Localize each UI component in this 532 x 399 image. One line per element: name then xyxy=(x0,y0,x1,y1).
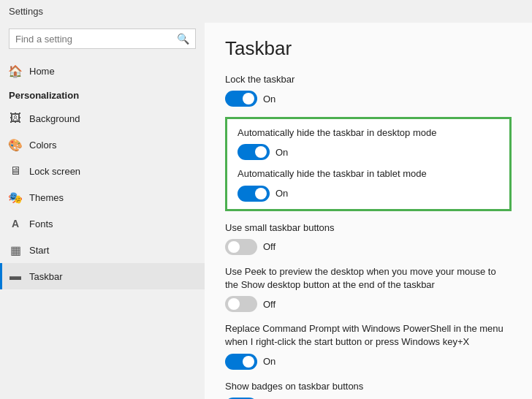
setting-small-buttons: Use small taskbar buttons Off xyxy=(225,221,512,255)
search-icon: 🔍 xyxy=(177,33,189,45)
start-icon: ▦ xyxy=(9,243,22,256)
auto-hide-tablet-toggle-label: On xyxy=(276,188,288,199)
auto-hide-desktop-toggle-row: On xyxy=(238,144,499,160)
highlight-box: Automatically hide the taskbar in deskto… xyxy=(225,117,512,210)
small-buttons-toggle[interactable] xyxy=(225,239,257,255)
lock-screen-icon: 🖥 xyxy=(9,164,22,178)
setting-show-badges: Show badges on taskbar buttons On xyxy=(225,380,512,400)
lock-taskbar-toggle-label: On xyxy=(263,94,276,104)
auto-hide-tablet-label: Automatically hide the taskbar in tablet… xyxy=(238,167,499,180)
peek-knob xyxy=(228,298,240,310)
small-buttons-toggle-label: Off xyxy=(263,241,276,252)
peek-toggle[interactable] xyxy=(225,296,257,312)
title-bar: Settings xyxy=(0,0,532,23)
taskbar-icon: ▬ xyxy=(9,270,22,283)
small-buttons-label: Use small taskbar buttons xyxy=(225,221,512,235)
auto-hide-tablet-toggle[interactable] xyxy=(238,186,270,202)
sidebar-item-lock-screen-label: Lock screen xyxy=(29,166,80,177)
themes-icon: 🎭 xyxy=(9,191,22,204)
sidebar-item-themes[interactable]: 🎭 Themes xyxy=(0,184,205,210)
sidebar-item-home[interactable]: 🏠 Home xyxy=(0,58,205,84)
sidebar-item-background-label: Background xyxy=(29,113,80,124)
sidebar-item-fonts[interactable]: A Fonts xyxy=(0,210,205,237)
auto-hide-tablet-toggle-row: On xyxy=(238,186,499,202)
sidebar-item-colors[interactable]: 🎨 Colors xyxy=(0,132,205,158)
small-buttons-toggle-row: Off xyxy=(225,239,512,255)
show-badges-label: Show badges on taskbar buttons xyxy=(225,380,512,393)
colors-icon: 🎨 xyxy=(9,138,22,151)
setting-peek: Use Peek to preview the desktop when you… xyxy=(225,265,512,312)
sidebar-item-taskbar-label: Taskbar xyxy=(29,271,63,282)
search-box[interactable]: 🔍 xyxy=(9,28,196,49)
home-icon: 🏠 xyxy=(9,64,22,77)
sidebar-item-fonts-label: Fonts xyxy=(29,218,53,229)
small-buttons-knob xyxy=(228,241,240,253)
lock-taskbar-toggle-row: On xyxy=(225,91,512,107)
sidebar-item-start[interactable]: ▦ Start xyxy=(0,237,205,263)
sidebar: 🔍 🏠 Home Personalization 🖼 Background 🎨 … xyxy=(0,23,205,399)
replace-cmd-toggle-row: On xyxy=(225,354,512,370)
auto-hide-desktop-knob xyxy=(255,146,267,158)
replace-cmd-label: Replace Command Prompt with Windows Powe… xyxy=(225,322,512,349)
setting-replace-cmd: Replace Command Prompt with Windows Powe… xyxy=(225,322,512,369)
setting-lock-taskbar: Lock the taskbar On xyxy=(225,73,512,107)
replace-cmd-toggle-label: On xyxy=(263,356,276,367)
peek-toggle-row: Off xyxy=(225,296,512,312)
lock-taskbar-toggle[interactable] xyxy=(225,91,257,107)
sidebar-item-lock-screen[interactable]: 🖥 Lock screen xyxy=(0,158,205,184)
content-area: Taskbar Lock the taskbar On Automaticall… xyxy=(205,23,532,399)
sidebar-item-themes-label: Themes xyxy=(29,192,64,203)
fonts-icon: A xyxy=(9,217,22,230)
replace-cmd-knob xyxy=(243,356,254,368)
auto-hide-tablet-knob xyxy=(255,188,267,200)
sidebar-item-background[interactable]: 🖼 Background xyxy=(0,105,205,132)
sidebar-section-label: Personalization xyxy=(0,84,205,105)
title-bar-label: Settings xyxy=(9,6,43,17)
search-input[interactable] xyxy=(15,34,177,45)
sidebar-item-start-label: Start xyxy=(29,245,49,256)
sidebar-item-home-label: Home xyxy=(29,66,55,77)
peek-label: Use Peek to preview the desktop when you… xyxy=(225,265,512,292)
sidebar-item-colors-label: Colors xyxy=(29,140,57,151)
peek-toggle-label: Off xyxy=(263,299,276,310)
main-container: 🔍 🏠 Home Personalization 🖼 Background 🎨 … xyxy=(0,23,532,399)
lock-taskbar-knob xyxy=(243,93,254,104)
auto-hide-desktop-toggle-label: On xyxy=(276,147,288,158)
sidebar-item-taskbar[interactable]: ▬ Taskbar xyxy=(0,263,205,289)
page-title: Taskbar xyxy=(225,37,512,60)
background-icon: 🖼 xyxy=(9,112,22,125)
auto-hide-desktop-label: Automatically hide the taskbar in deskto… xyxy=(238,126,499,140)
auto-hide-desktop-toggle[interactable] xyxy=(238,144,270,160)
replace-cmd-toggle[interactable] xyxy=(225,354,257,370)
lock-taskbar-label: Lock the taskbar xyxy=(225,73,512,86)
